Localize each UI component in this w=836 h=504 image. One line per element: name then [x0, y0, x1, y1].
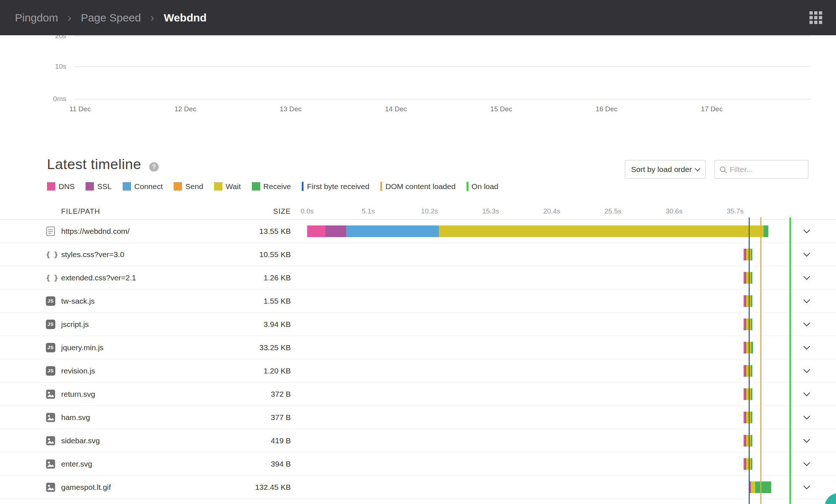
expand-row-button[interactable] — [799, 340, 814, 355]
legend-label: DNS — [59, 182, 75, 191]
breadcrumb-item-page-speed[interactable]: Page Speed — [81, 12, 141, 24]
sort-order-select[interactable]: Sort by load order — [625, 160, 706, 179]
file-size: 1.20 KB — [204, 367, 291, 375]
file-size: 3.94 KB — [204, 320, 291, 329]
segment-wait — [746, 249, 751, 260]
chevron-down-icon — [803, 227, 810, 233]
sort-order-label: Sort by load order — [631, 165, 692, 174]
legend-item-send: Send — [174, 182, 203, 191]
expand-row-button[interactable] — [799, 224, 814, 239]
timeline-legend: DNSSSLConnectSendWaitReceiveFirst byte r… — [47, 182, 498, 191]
table-row[interactable]: https://webdnd.com/13.55 KB — [0, 220, 836, 243]
segment-wait — [746, 319, 751, 330]
chevron-down-icon — [803, 436, 810, 443]
expand-row-button[interactable] — [799, 294, 814, 308]
legend-label: First byte received — [307, 182, 369, 191]
breadcrumb-item-pingdom[interactable]: Pingdom — [15, 12, 58, 24]
segment-wait — [746, 272, 751, 284]
expand-row-button[interactable] — [799, 317, 814, 332]
table-row[interactable]: return.svg372 B — [0, 383, 836, 406]
file-size: 33.25 KB — [204, 343, 291, 352]
file-path: ham.svg — [61, 413, 90, 422]
table-row[interactable]: { }styles.css?ver=3.010.55 KB — [0, 243, 836, 266]
legend-label: Wait — [226, 182, 241, 191]
time-tick: 25.5s — [605, 207, 621, 215]
image-file-icon — [46, 412, 58, 423]
apps-grid-icon[interactable] — [809, 11, 822, 24]
expand-row-button[interactable] — [799, 433, 814, 448]
expand-row-button[interactable] — [799, 480, 814, 495]
x-axis-label: 16 Dec — [595, 105, 617, 113]
legend-item-connect: Connect — [123, 182, 163, 191]
expand-row-button[interactable] — [799, 247, 814, 262]
legend-swatch-dns — [47, 182, 55, 191]
segment-receive — [755, 481, 772, 493]
legend-item-first_byte: First byte received — [302, 182, 369, 191]
help-icon[interactable]: ? — [149, 162, 159, 172]
chevron-down-icon — [803, 296, 810, 303]
file-size: 13.55 KB — [204, 227, 291, 236]
legend-label: Receive — [264, 182, 291, 191]
filter-input[interactable] — [730, 165, 803, 174]
segment-wait — [746, 458, 751, 470]
segment-receive — [751, 388, 752, 400]
table-row[interactable]: JSjscript.js3.94 KB — [0, 313, 836, 336]
table-row[interactable]: JStw-sack.js1.55 KB — [0, 289, 836, 313]
table-row[interactable]: enter.svg394 B — [0, 452, 836, 476]
chevron-down-icon — [803, 250, 810, 256]
x-axis-label: 15 Dec — [490, 105, 512, 113]
segment-wait — [746, 295, 751, 307]
image-file-icon — [46, 459, 58, 469]
page-title: Latest timeline — [47, 156, 141, 172]
file-path: extended.css?ver=2.1 — [61, 273, 136, 282]
js-file-icon: JS — [46, 319, 58, 330]
chevron-down-icon — [803, 483, 810, 489]
legend-label: DOM content loaded — [385, 182, 456, 191]
expand-row-button[interactable] — [799, 457, 814, 471]
segment-receive — [751, 458, 752, 470]
segment-wait — [746, 435, 751, 447]
js-file-icon: JS — [46, 296, 58, 307]
legend-item-on_load: On load — [467, 182, 499, 191]
css-file-icon: { } — [46, 272, 58, 283]
legend-item-receive: Receive — [252, 182, 291, 191]
segment-dns — [307, 225, 325, 237]
file-path: return.svg — [61, 390, 95, 399]
expand-row-button[interactable] — [799, 387, 814, 401]
top-bar: Pingdom›Page Speed›Webdnd — [0, 0, 836, 35]
legend-swatch-receive — [252, 182, 260, 191]
segment-receive — [751, 319, 752, 330]
file-path: gamespot.lt.gif — [61, 483, 111, 492]
segment-wait — [439, 225, 764, 237]
file-path: sidebar.svg — [61, 436, 100, 445]
breadcrumb-separator: › — [150, 11, 154, 24]
time-axis: 0.0s5.1s10.2s15.3s20.4s25.5s30.6s35.7s — [0, 202, 836, 219]
table-row[interactable]: JSrevision.js1.20 KB — [0, 359, 836, 383]
expand-row-button[interactable] — [799, 410, 814, 425]
legend-label: Send — [185, 182, 203, 191]
expand-row-button[interactable] — [799, 364, 814, 378]
file-size: 10.55 KB — [204, 250, 291, 259]
segment-receive — [751, 365, 752, 377]
breadcrumb-item-webdnd: Webdnd — [164, 12, 207, 24]
segment-connect — [346, 225, 439, 237]
chevron-down-icon — [803, 389, 810, 396]
segment-ssl — [325, 225, 346, 237]
legend-item-ssl: SSL — [86, 182, 112, 191]
table-row[interactable]: sidebar.svg419 B — [0, 429, 836, 452]
table-row[interactable]: JSjquery.min.js33.25 KB — [0, 336, 836, 359]
x-axis-label: 13 Dec — [280, 105, 301, 113]
table-row[interactable]: ham.svg377 B — [0, 406, 836, 429]
waterfall-table: FILE/PATH SIZE 0.0s5.1s10.2s15.3s20.4s25… — [0, 202, 836, 499]
table-row[interactable]: { }extended.css?ver=2.11.26 KB — [0, 266, 836, 289]
segment-receive — [751, 272, 752, 284]
expand-row-button[interactable] — [799, 271, 814, 285]
segment-wait — [746, 412, 751, 423]
table-row[interactable]: gamespot.lt.gif132.45 KB — [0, 476, 836, 499]
table-header: FILE/PATH SIZE 0.0s5.1s10.2s15.3s20.4s25… — [0, 202, 836, 220]
chevron-down-icon — [803, 273, 810, 280]
file-size: 1.55 KB — [204, 297, 291, 305]
document-icon — [46, 226, 58, 237]
segment-receive — [751, 342, 753, 353]
legend-item-dns: DNS — [47, 182, 75, 191]
